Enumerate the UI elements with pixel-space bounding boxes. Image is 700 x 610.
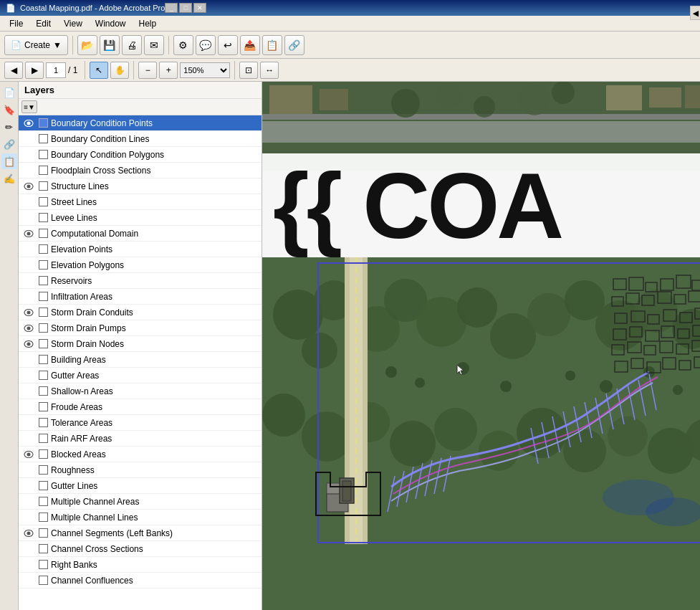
layer-item[interactable]: Gutter Lines — [19, 478, 262, 494]
layer-visibility-icon[interactable] — [21, 368, 36, 383]
email-button[interactable]: ✉ — [144, 35, 164, 55]
fit-width-button[interactable]: ↔ — [260, 62, 279, 79]
layer-checkbox[interactable] — [39, 260, 48, 270]
layer-checkbox[interactable] — [39, 418, 48, 427]
layer-visibility-icon[interactable] — [21, 258, 36, 272]
annotations-panel-icon[interactable]: ✏ — [1, 119, 17, 135]
menu-help[interactable]: Help — [133, 16, 163, 31]
layer-checkbox[interactable] — [39, 465, 48, 475]
layer-visibility-icon[interactable] — [21, 337, 36, 351]
layer-item[interactable]: Channel Confluences — [19, 573, 262, 588]
minimize-button[interactable]: _ — [165, 3, 178, 13]
layer-item[interactable]: Boundary Condition Lines — [19, 131, 262, 147]
layer-visibility-icon[interactable] — [21, 195, 36, 209]
layer-checkbox[interactable] — [39, 560, 48, 569]
layer-checkbox[interactable] — [39, 402, 48, 411]
layer-item[interactable]: Right Banks — [19, 557, 262, 573]
layer-checkbox[interactable] — [39, 181, 48, 191]
layer-item[interactable]: Gutter Areas — [19, 368, 262, 383]
select-tool-button[interactable]: ↖ — [90, 62, 108, 79]
hand-tool-button[interactable]: ✋ — [110, 62, 129, 79]
menu-file[interactable]: File — [3, 16, 29, 31]
layer-item[interactable]: Boundary Condition Polygons — [19, 147, 262, 163]
layer-checkbox[interactable] — [39, 244, 48, 254]
layer-item[interactable]: Computational Domain — [19, 226, 262, 242]
layer-item[interactable]: Shallow-n Areas — [19, 383, 262, 399]
layer-checkbox[interactable] — [39, 166, 48, 175]
layer-visibility-icon[interactable] — [21, 400, 36, 414]
layer-visibility-icon[interactable] — [21, 463, 36, 477]
export-button[interactable]: 📤 — [240, 35, 260, 55]
layer-item[interactable]: Rain ARF Areas — [19, 431, 262, 447]
layer-checkbox[interactable] — [39, 386, 48, 396]
layer-visibility-icon[interactable] — [21, 558, 36, 572]
layer-item[interactable]: Channel Cross Sections — [19, 541, 262, 557]
zoom-select[interactable]: 150% 100% 75% 50% 200% — [180, 62, 230, 78]
layer-visibility-icon[interactable] — [21, 416, 36, 430]
layer-checkbox[interactable] — [39, 339, 48, 348]
settings-button[interactable]: ⚙ — [173, 35, 193, 55]
layer-visibility-icon[interactable] — [21, 274, 36, 288]
layer-item[interactable]: Elevation Polygons — [19, 257, 262, 273]
layer-item[interactable]: Storm Drain Nodes — [19, 336, 262, 352]
layer-visibility-icon[interactable] — [21, 116, 36, 130]
menu-window[interactable]: Window — [89, 16, 133, 31]
layer-visibility-icon[interactable] — [21, 432, 36, 446]
layer-visibility-icon[interactable] — [21, 321, 36, 335]
layer-checkbox[interactable] — [39, 513, 48, 522]
layer-checkbox[interactable] — [39, 118, 48, 128]
layer-visibility-icon[interactable] — [21, 542, 36, 556]
layer-checkbox[interactable] — [39, 150, 48, 159]
print-button[interactable]: 🖨 — [122, 35, 142, 55]
layer-item[interactable]: Multiple Channel Lines — [19, 510, 262, 525]
pages-panel-icon[interactable]: 📄 — [1, 85, 17, 100]
layer-item[interactable]: Storm Drain Pumps — [19, 320, 262, 336]
layer-checkbox[interactable] — [39, 481, 48, 490]
layer-item[interactable]: Roughness — [19, 462, 262, 478]
zoom-in-button[interactable]: + — [159, 62, 178, 79]
layer-checkbox[interactable] — [39, 576, 48, 585]
layer-visibility-icon[interactable] — [21, 163, 36, 178]
menu-view[interactable]: View — [57, 16, 89, 31]
layer-item[interactable]: Elevation Points — [19, 242, 262, 257]
attachments-panel-icon[interactable]: 🔗 — [1, 136, 17, 152]
layer-visibility-icon[interactable] — [21, 148, 36, 162]
page-number-input[interactable]: 1 — [46, 62, 66, 78]
layer-checkbox[interactable] — [39, 449, 48, 459]
layer-item[interactable]: Street Lines — [19, 194, 262, 210]
layer-checkbox[interactable] — [39, 528, 48, 538]
pdf-view[interactable]: {{ COA — [262, 82, 700, 610]
maximize-button[interactable]: □ — [179, 3, 192, 13]
layer-checkbox[interactable] — [39, 308, 48, 317]
layer-item[interactable]: Structure Lines — [19, 178, 262, 194]
layer-visibility-icon[interactable] — [21, 227, 36, 241]
layer-item[interactable]: Channel Segments (Left Banks) — [19, 525, 262, 541]
layer-visibility-icon[interactable] — [21, 495, 36, 509]
prev-page-button[interactable]: ◀ — [4, 62, 23, 79]
layer-visibility-icon[interactable] — [21, 573, 36, 588]
layer-visibility-icon[interactable] — [21, 479, 36, 493]
layer-checkbox[interactable] — [39, 544, 48, 553]
layers-menu-button[interactable]: ≡▼ — [21, 100, 37, 113]
layer-checkbox[interactable] — [39, 213, 48, 222]
layer-visibility-icon[interactable] — [21, 526, 36, 540]
next-page-button[interactable]: ▶ — [25, 62, 44, 79]
save-button[interactable]: 💾 — [100, 35, 120, 55]
layer-item[interactable]: Tolerance Areas — [19, 415, 262, 431]
layer-visibility-icon[interactable] — [21, 211, 36, 225]
layer-item[interactable]: Boundary Condition Points — [19, 115, 262, 131]
layer-checkbox[interactable] — [39, 355, 48, 364]
comment-button[interactable]: 💬 — [196, 35, 216, 55]
zoom-out-button[interactable]: − — [138, 62, 157, 79]
layer-item[interactable]: Infiltration Areas — [19, 289, 262, 305]
layer-visibility-icon[interactable] — [21, 290, 36, 304]
layer-item[interactable]: Building Areas — [19, 352, 262, 368]
layer-checkbox[interactable] — [39, 229, 48, 238]
layer-checkbox[interactable] — [39, 197, 48, 206]
open-button[interactable]: 📂 — [77, 35, 97, 55]
layer-item[interactable]: Reservoirs — [19, 273, 262, 289]
layer-item[interactable]: Storm Drain Conduits — [19, 305, 262, 320]
layer-item[interactable]: Levee Lines — [19, 210, 262, 226]
menu-edit[interactable]: Edit — [29, 16, 57, 31]
layer-checkbox[interactable] — [39, 371, 48, 380]
